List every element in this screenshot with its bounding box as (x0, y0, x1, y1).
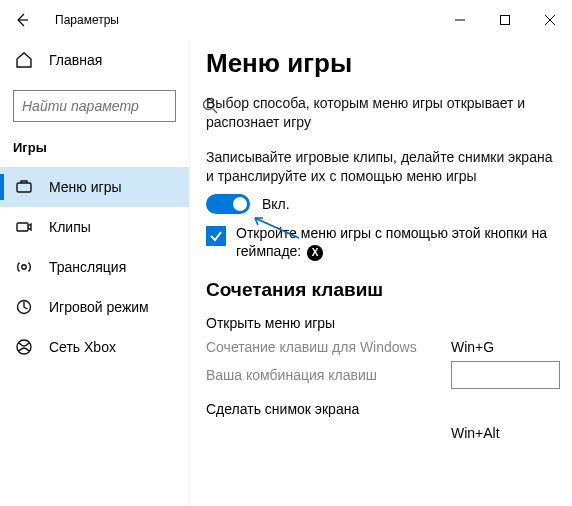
gamemode-icon (15, 298, 33, 316)
controller-checkbox-label: Откройте меню игры с помощью этой кнопки… (236, 224, 560, 262)
shortcut-group-title: Сделать снимок экрана (206, 401, 560, 417)
shortcut-row: Сочетание клавиш для Windows Win+G (206, 339, 560, 355)
nav-group-label: Игры (0, 132, 189, 167)
shortcut-group-title: Открыть меню игры (206, 315, 560, 331)
app-title: Параметры (55, 13, 119, 27)
nav-item-label: Игровой режим (49, 299, 149, 315)
record-description: Записывайте игровые клипы, делайте снимк… (206, 148, 560, 186)
gamebar-toggle[interactable] (206, 194, 250, 214)
back-button[interactable] (6, 4, 38, 36)
nav-item-clips[interactable]: Клипы (0, 207, 189, 247)
nav-item-label: Клипы (49, 219, 91, 235)
broadcast-icon (15, 258, 33, 276)
minimize-button[interactable] (437, 5, 482, 35)
shortcut-label: Ваша комбинация клавиш (206, 367, 441, 383)
shortcut-row: Ваша комбинация клавиш (206, 361, 560, 389)
sidebar: Главная Игры Меню игры Кли (0, 40, 190, 506)
titlebar: Параметры (0, 0, 572, 40)
svg-rect-3 (17, 223, 28, 231)
nav-item-label: Сеть Xbox (49, 339, 116, 355)
nav-item-label: Меню игры (49, 179, 122, 195)
svg-point-6 (17, 340, 31, 354)
shortcut-row: Win+Alt (206, 425, 560, 441)
xbox-button-icon: X (307, 245, 323, 261)
shortcut-value: Win+Alt (451, 425, 541, 441)
lead-text: Выбор способа, которым меню игры открыва… (206, 94, 560, 132)
gamebar-icon (15, 178, 33, 196)
svg-point-4 (22, 265, 26, 269)
shortcut-input[interactable] (451, 361, 560, 389)
nav-home-label: Главная (49, 52, 102, 68)
nav-item-broadcast[interactable]: Трансляция (0, 247, 189, 287)
shortcut-label: Сочетание клавиш для Windows (206, 339, 441, 355)
nav-home[interactable]: Главная (0, 40, 189, 80)
shortcut-value: Win+G (451, 339, 541, 355)
search-box[interactable] (13, 90, 176, 122)
content-area: Меню игры Выбор способа, которым меню иг… (190, 40, 572, 506)
shortcuts-heading: Сочетания клавиш (206, 279, 560, 301)
maximize-button[interactable] (482, 5, 527, 35)
clips-icon (15, 218, 33, 236)
arrow-left-icon (14, 12, 30, 28)
nav-item-label: Трансляция (49, 259, 126, 275)
nav-item-gamemode[interactable]: Игровой режим (0, 287, 189, 327)
maximize-icon (499, 14, 511, 26)
page-title: Меню игры (206, 48, 560, 79)
search-input[interactable] (20, 97, 201, 115)
close-icon (544, 14, 556, 26)
nav-item-xbox-network[interactable]: Сеть Xbox (0, 327, 189, 367)
svg-rect-0 (500, 16, 509, 25)
xbox-icon (15, 338, 33, 356)
nav-item-gamebar[interactable]: Меню игры (0, 167, 189, 207)
check-icon (209, 229, 223, 243)
toggle-label: Вкл. (262, 196, 290, 212)
home-icon (15, 51, 33, 69)
controller-checkbox[interactable] (206, 226, 226, 246)
minimize-icon (454, 14, 466, 26)
svg-rect-2 (17, 183, 31, 192)
close-button[interactable] (527, 5, 572, 35)
